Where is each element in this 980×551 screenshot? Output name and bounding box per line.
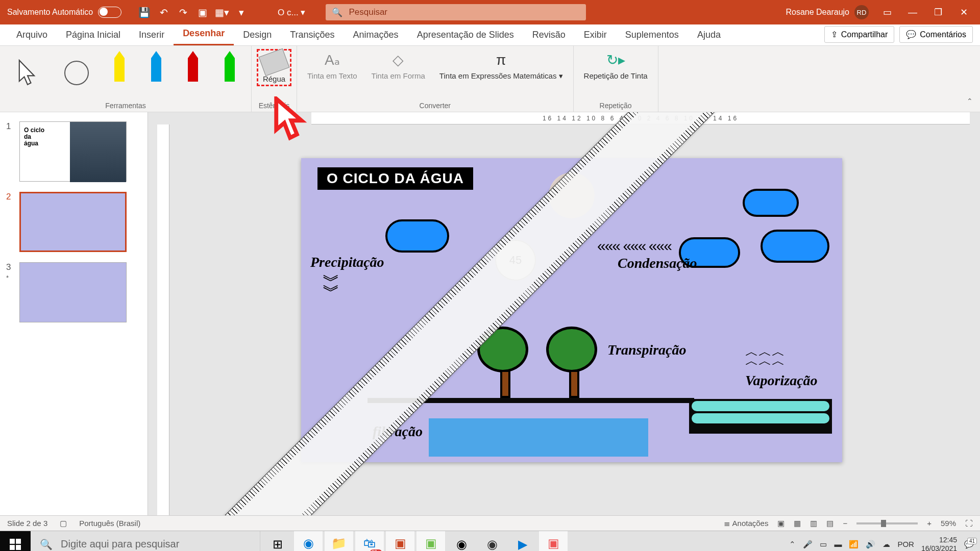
- close-icon[interactable]: ✕: [957, 5, 971, 19]
- ocean-shape: [689, 399, 832, 434]
- search-box[interactable]: 🔍 Pesquisar: [326, 4, 586, 20]
- ink-text-icon: Aₐ: [323, 51, 341, 69]
- tab-animacoes[interactable]: Animações: [344, 24, 408, 45]
- redo-icon[interactable]: ↷: [177, 6, 190, 19]
- onedrive-icon[interactable]: ☁: [883, 540, 890, 549]
- minimize-icon[interactable]: —: [905, 5, 920, 19]
- pen-green[interactable]: [213, 49, 246, 84]
- start-button[interactable]: [0, 531, 31, 552]
- tab-revisao[interactable]: Revisão: [523, 24, 575, 45]
- share-icon: ⇪: [831, 30, 838, 39]
- ruler-button[interactable]: Régua: [257, 49, 291, 86]
- highlight-cursor-icon: [271, 96, 307, 142]
- save-icon[interactable]: 💾: [138, 6, 151, 19]
- tab-exibir[interactable]: Exibir: [575, 24, 616, 45]
- label-transpiracao[interactable]: Transpiração: [607, 342, 687, 358]
- autosave-toggle[interactable]: [98, 7, 121, 18]
- document-title[interactable]: O c... ▾: [257, 7, 326, 18]
- snagit-icon[interactable]: ▣: [539, 531, 568, 552]
- comments-button[interactable]: 💬 Comentários: [899, 26, 973, 43]
- tray-chevron-icon[interactable]: ⌃: [789, 540, 796, 549]
- autosave[interactable]: Salvamento Automático: [0, 7, 129, 18]
- pen-blue[interactable]: [140, 49, 173, 84]
- notes-button[interactable]: ≣ Anotações: [724, 519, 768, 528]
- wifi-icon[interactable]: 📶: [849, 540, 859, 549]
- present-icon[interactable]: ▣: [196, 6, 209, 19]
- accessibility-icon[interactable]: ▢: [60, 519, 67, 528]
- tab-inicio[interactable]: Página Inicial: [57, 24, 130, 45]
- zoom-in-icon[interactable]: +: [927, 519, 932, 528]
- lasso-tool[interactable]: [54, 49, 99, 97]
- language-status[interactable]: Português (Brasil): [79, 519, 140, 528]
- tab-arquivo[interactable]: Arquivo: [7, 24, 57, 45]
- pen-red[interactable]: [177, 49, 209, 84]
- volume-icon[interactable]: 🔊: [866, 540, 875, 549]
- slide-counter[interactable]: Slide 2 de 3: [7, 519, 47, 528]
- chrome-icon[interactable]: ◉: [447, 531, 476, 552]
- battery-icon[interactable]: ▬: [834, 540, 842, 548]
- explorer-icon[interactable]: 📁: [325, 531, 353, 552]
- select-tool[interactable]: [5, 49, 50, 97]
- tab-apresentacao[interactable]: Apresentação de Slides: [408, 24, 523, 45]
- powerpoint-icon[interactable]: ▣: [386, 531, 414, 552]
- maximize-icon[interactable]: ❐: [931, 5, 945, 19]
- autosave-label: Salvamento Automático: [7, 8, 93, 17]
- slide-content[interactable]: O CICLO DA ÁGUA ««« ««« ««« Precipitação…: [301, 158, 842, 462]
- tab-inserir[interactable]: Inserir: [130, 24, 174, 45]
- edge-icon[interactable]: ◉: [294, 531, 323, 552]
- slide-thumbnails-panel[interactable]: 1 O ciclodaágua 2 3*: [0, 112, 148, 515]
- tree-icon: [546, 327, 602, 398]
- notifications-icon[interactable]: 💬41: [964, 540, 974, 549]
- ink-to-text[interactable]: AₐTinta em Texto: [302, 49, 362, 83]
- pen-yellow[interactable]: [103, 49, 136, 84]
- clock[interactable]: 12:4516/03/2021: [921, 536, 957, 551]
- view-slideshow-icon[interactable]: ▤: [826, 519, 834, 528]
- meet-icon[interactable]: ▭: [820, 540, 827, 549]
- cloud-icon: [761, 230, 829, 263]
- ink-replay[interactable]: ↻▸Repetição de Tinta: [579, 49, 653, 83]
- tab-design[interactable]: Design: [234, 24, 281, 45]
- collapse-ribbon-icon[interactable]: ⌃: [960, 46, 980, 112]
- windows-search[interactable]: 🔍 Digite aqui para pesquisar: [31, 531, 260, 552]
- camtasia-icon[interactable]: ▣: [416, 531, 445, 552]
- user-account[interactable]: Rosane Dearaujo RD: [786, 5, 869, 19]
- label-vaporizacao[interactable]: Vaporização: [745, 372, 818, 389]
- tab-ajuda[interactable]: Ajuda: [688, 24, 730, 45]
- thumb-num-1: 1: [6, 121, 15, 182]
- qat-more-icon[interactable]: ▾: [235, 6, 248, 19]
- fit-window-icon[interactable]: ⛶: [965, 519, 973, 528]
- tab-suplementos[interactable]: Suplementos: [616, 24, 688, 45]
- avatar: RD: [854, 5, 869, 19]
- ink-to-shape[interactable]: ◇Tinta em Forma: [366, 49, 430, 83]
- undo-icon[interactable]: ↶: [157, 6, 170, 19]
- thumbnail-3[interactable]: [19, 262, 127, 322]
- view-sorter-icon[interactable]: ▦: [794, 519, 801, 528]
- slide-canvas[interactable]: 16 14 12 10 8 6 4 2 0 2 4 6 8 10 12 14 1…: [148, 112, 980, 515]
- share-button[interactable]: ⇪ Compartilhar: [824, 26, 895, 43]
- ribbon-display-icon[interactable]: ▭: [880, 5, 894, 19]
- ime-label[interactable]: POR: [897, 540, 914, 548]
- store-icon[interactable]: 🛍99+: [355, 531, 384, 552]
- thumbnail-1[interactable]: O ciclodaágua: [19, 121, 127, 182]
- mic-icon[interactable]: 🎤: [803, 540, 813, 549]
- zoom-slider[interactable]: [856, 522, 918, 524]
- tab-desenhar[interactable]: Desenhar: [174, 23, 234, 45]
- movies-icon[interactable]: ▶: [508, 531, 537, 552]
- zoom-out-icon[interactable]: −: [843, 519, 847, 528]
- label-condensacao[interactable]: Condensação: [618, 255, 697, 271]
- ink-to-math[interactable]: πTinta em Expressões Matemáticas ▾: [434, 49, 568, 83]
- thumbnail-2[interactable]: [19, 192, 127, 252]
- ruler-icon: [259, 48, 290, 77]
- layout-icon[interactable]: ▦▾: [215, 6, 229, 19]
- tab-transicoes[interactable]: Transições: [281, 24, 344, 45]
- main-area: 1 O ciclodaágua 2 3* 16 14 12 10 8 6 4 2…: [0, 112, 980, 515]
- view-reading-icon[interactable]: ▥: [810, 519, 817, 528]
- status-bar: Slide 2 de 3 ▢ Português (Brasil) ≣ Anot…: [0, 515, 980, 531]
- slide-title[interactable]: O CICLO DA ÁGUA: [317, 167, 473, 190]
- obs-icon[interactable]: ◉: [478, 531, 506, 552]
- zoom-level[interactable]: 59%: [941, 519, 956, 528]
- label-precipitacao[interactable]: Precipitação: [310, 254, 384, 270]
- arrows-left-icon: ««« ««« «««: [597, 237, 671, 255]
- task-view-icon[interactable]: ⊞: [263, 531, 292, 552]
- view-normal-icon[interactable]: ▣: [777, 519, 785, 528]
